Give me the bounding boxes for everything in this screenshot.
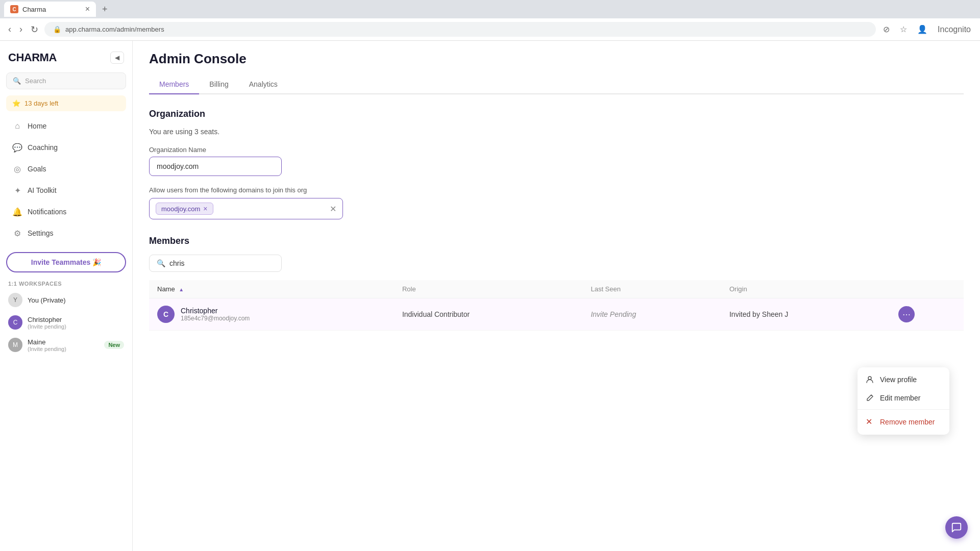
sidebar-logo: CHARMA ◀ bbox=[0, 47, 132, 72]
tab-favicon: C bbox=[10, 5, 18, 13]
browser-chrome: C Charma × + ‹ › ↻ 🔒 app.charma.com/admi… bbox=[0, 0, 980, 41]
context-menu-item-view-profile[interactable]: View profile bbox=[857, 370, 949, 389]
view-profile-label: View profile bbox=[880, 375, 917, 384]
chat-bubble[interactable] bbox=[945, 516, 968, 539]
workspace-name: Christopher bbox=[28, 316, 66, 323]
members-section: Members 🔍 Name ▲ Role Last Seen Origin bbox=[149, 236, 964, 331]
th-actions bbox=[890, 280, 964, 298]
member-email: 185e4c79@moodjoy.com bbox=[181, 315, 250, 322]
invite-teammates-button[interactable]: Invite Teammates 🎉 bbox=[6, 252, 126, 272]
member-name: Christopher bbox=[181, 307, 250, 315]
sidebar-item-settings[interactable]: ⚙ Settings bbox=[4, 223, 128, 243]
member-action-button[interactable]: ⋯ bbox=[898, 306, 915, 322]
table-row: C Christopher 185e4c79@moodjoy.com Indiv… bbox=[149, 298, 964, 331]
search-icon: 🔍 bbox=[13, 77, 21, 85]
sidebar-item-notifications[interactable]: 🔔 Notifications bbox=[4, 202, 128, 222]
domain-clear-button[interactable]: ✕ bbox=[330, 204, 336, 214]
collapse-sidebar-button[interactable]: ◀ bbox=[110, 52, 124, 64]
context-menu-item-remove-member[interactable]: ✕ Remove member bbox=[857, 412, 949, 432]
close-tab-button[interactable]: × bbox=[85, 5, 90, 13]
forward-button[interactable]: › bbox=[17, 22, 24, 37]
remove-member-icon: ✕ bbox=[866, 417, 875, 427]
workspace-sub: (Invite pending) bbox=[28, 323, 66, 330]
workspace-maine[interactable]: M Maine (Invite pending) New bbox=[0, 334, 132, 356]
domain-tag-remove[interactable]: × bbox=[203, 205, 207, 213]
browser-tab-bar: C Charma × + bbox=[0, 0, 980, 18]
search-members-box[interactable]: 🔍 bbox=[149, 255, 282, 272]
browser-tab[interactable]: C Charma × bbox=[4, 2, 96, 17]
edit-member-label: Edit member bbox=[880, 394, 920, 402]
sidebar-item-label: Notifications bbox=[28, 208, 66, 216]
org-name-field: Organization Name bbox=[149, 146, 964, 176]
workspace-you-private[interactable]: Y You (Private) bbox=[0, 289, 132, 311]
sidebar-item-label: Goals bbox=[28, 165, 46, 173]
incognito-button[interactable]: Incognito bbox=[935, 23, 974, 36]
domain-input-box[interactable]: moodjoy.com × ✕ bbox=[149, 198, 343, 219]
organization-section-title: Organization bbox=[149, 109, 964, 119]
search-box[interactable]: 🔍 Search bbox=[6, 72, 126, 89]
org-name-input[interactable] bbox=[149, 157, 282, 176]
tab-members[interactable]: Members bbox=[149, 75, 199, 94]
domain-tag-text: moodjoy.com bbox=[161, 205, 200, 213]
sidebar-item-home[interactable]: ⌂ Home bbox=[4, 116, 128, 136]
ai-toolkit-icon: ✦ bbox=[12, 185, 22, 195]
avatar-christopher: C bbox=[8, 315, 22, 330]
td-last-seen: Invite Pending bbox=[582, 298, 721, 331]
th-name[interactable]: Name ▲ bbox=[149, 280, 394, 298]
domain-label: Allow users from the following domains t… bbox=[149, 186, 964, 194]
tab-billing[interactable]: Billing bbox=[199, 75, 238, 94]
context-menu: View profile Edit member ✕ Remove member bbox=[857, 367, 949, 435]
td-role: Individual Contributor bbox=[394, 298, 583, 331]
table-header-row: Name ▲ Role Last Seen Origin bbox=[149, 280, 964, 298]
workspace-name: Maine bbox=[28, 338, 66, 346]
sort-arrow: ▲ bbox=[179, 287, 184, 292]
sidebar-item-ai-toolkit[interactable]: ✦ AI Toolkit bbox=[4, 180, 128, 201]
edit-member-icon bbox=[866, 394, 875, 402]
home-icon: ⌂ bbox=[12, 121, 22, 131]
domain-section: Allow users from the following domains t… bbox=[149, 186, 964, 219]
trial-text: 13 days left bbox=[24, 99, 59, 107]
sidebar-item-label: Home bbox=[28, 122, 46, 130]
browser-nav: ‹ › ↻ 🔒 app.charma.com/admin/members ⊘ ☆… bbox=[0, 18, 980, 41]
sidebar-item-goals[interactable]: ◎ Goals bbox=[4, 159, 128, 179]
address-bar[interactable]: 🔒 app.charma.com/admin/members bbox=[44, 22, 876, 37]
sidebar-item-coaching[interactable]: 💬 Coaching bbox=[4, 137, 128, 158]
members-header: Members bbox=[149, 236, 964, 246]
td-actions: ⋯ bbox=[890, 298, 964, 331]
back-button[interactable]: ‹ bbox=[6, 22, 13, 37]
browser-actions: ⊘ ☆ 👤 Incognito bbox=[880, 22, 974, 36]
context-menu-item-edit-member[interactable]: Edit member bbox=[857, 389, 949, 407]
tab-title: Charma bbox=[22, 6, 46, 13]
bookmark-button[interactable]: ☆ bbox=[897, 22, 910, 36]
context-menu-divider bbox=[857, 409, 949, 410]
new-tab-button[interactable]: + bbox=[98, 2, 112, 17]
th-origin[interactable]: Origin bbox=[721, 280, 890, 298]
new-badge: New bbox=[104, 341, 124, 349]
goals-icon: ◎ bbox=[12, 164, 22, 174]
reload-button[interactable]: ↻ bbox=[29, 22, 40, 37]
trial-badge: ⭐ 13 days left bbox=[6, 95, 126, 111]
cast-button[interactable]: ⊘ bbox=[880, 22, 893, 36]
search-members-icon: 🔍 bbox=[157, 259, 165, 267]
seats-info: You are using 3 seats. bbox=[149, 128, 964, 136]
search-label: Search bbox=[25, 77, 46, 85]
sidebar-item-label: Coaching bbox=[28, 143, 58, 152]
workspace-christopher[interactable]: C Christopher (Invite pending) bbox=[0, 311, 132, 334]
tab-analytics[interactable]: Analytics bbox=[239, 75, 288, 94]
avatar-you: Y bbox=[8, 293, 22, 307]
th-role[interactable]: Role bbox=[394, 280, 583, 298]
content-area: Organization You are using 3 seats. Orga… bbox=[133, 94, 980, 345]
view-profile-icon bbox=[866, 375, 875, 384]
search-members-input[interactable] bbox=[169, 259, 274, 267]
profile-button[interactable]: 👤 bbox=[914, 22, 930, 36]
logo: CHARMA bbox=[8, 51, 57, 64]
trial-icon: ⭐ bbox=[12, 99, 20, 107]
workspace-section-label: 1:1 Workspaces bbox=[0, 277, 132, 289]
members-section-title: Members bbox=[149, 236, 189, 246]
workspace-sub: (Invite pending) bbox=[28, 346, 66, 352]
td-name: C Christopher 185e4c79@moodjoy.com bbox=[149, 298, 394, 331]
url-text: app.charma.com/admin/members bbox=[65, 26, 164, 33]
th-last-seen[interactable]: Last Seen bbox=[582, 280, 721, 298]
coaching-icon: 💬 bbox=[12, 142, 22, 153]
page-header: Admin Console bbox=[133, 41, 980, 67]
